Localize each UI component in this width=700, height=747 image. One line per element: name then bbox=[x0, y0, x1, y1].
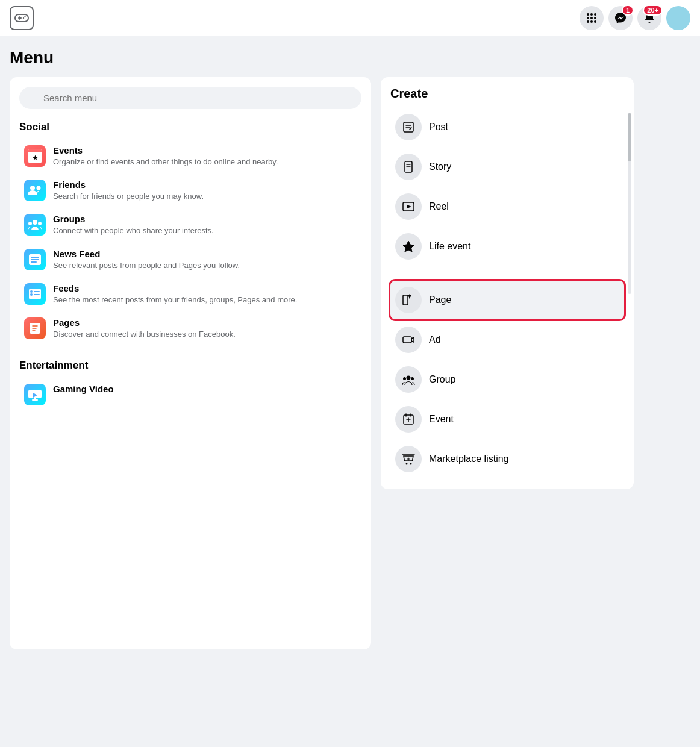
newsfeed-icon bbox=[24, 249, 46, 270]
page-icon bbox=[395, 287, 422, 313]
create-item-marketplace[interactable]: Marketplace listing bbox=[390, 440, 624, 478]
svg-point-53 bbox=[410, 463, 412, 465]
svg-point-44 bbox=[407, 376, 411, 380]
menu-item-newsfeed[interactable]: News Feed See relevant posts from people… bbox=[19, 244, 361, 276]
create-item-story[interactable]: Story bbox=[390, 148, 624, 186]
entertainment-section-title: Entertainment bbox=[19, 360, 361, 372]
pages-text: Pages Discover and connect with business… bbox=[53, 317, 357, 340]
svg-rect-23 bbox=[31, 259, 39, 260]
nav-left bbox=[10, 6, 34, 30]
event-icon bbox=[395, 406, 422, 433]
menu-item-events[interactable]: ★ Events Organize or find events and oth… bbox=[19, 140, 361, 172]
group-icon bbox=[395, 366, 422, 393]
svg-point-26 bbox=[30, 290, 33, 293]
create-item-ad[interactable]: Ad bbox=[390, 320, 624, 359]
feeds-title: Feeds bbox=[53, 283, 357, 293]
events-icon: ★ bbox=[24, 145, 46, 167]
svg-point-13 bbox=[594, 20, 596, 23]
events-title: Events bbox=[53, 145, 357, 155]
create-item-post[interactable]: Post bbox=[390, 108, 624, 146]
svg-point-5 bbox=[587, 13, 589, 16]
svg-rect-24 bbox=[31, 261, 37, 263]
menu-item-feeds[interactable]: Feeds See the most recent posts from you… bbox=[19, 278, 361, 310]
svg-point-12 bbox=[590, 20, 593, 23]
groups-title: Groups bbox=[53, 214, 357, 224]
newsfeed-text: News Feed See relevant posts from people… bbox=[53, 249, 357, 271]
avatar[interactable] bbox=[666, 6, 690, 30]
svg-point-20 bbox=[38, 222, 42, 225]
svg-rect-40 bbox=[403, 295, 408, 305]
svg-rect-22 bbox=[31, 257, 39, 258]
page-title: Menu bbox=[10, 48, 690, 67]
svg-point-4 bbox=[24, 16, 25, 17]
feeds-text: Feeds See the most recent posts from you… bbox=[53, 283, 357, 305]
right-panel: Create Post bbox=[381, 77, 634, 489]
create-title: Create bbox=[390, 87, 624, 101]
story-icon bbox=[395, 154, 422, 180]
menu-item-pages[interactable]: Pages Discover and connect with business… bbox=[19, 313, 361, 345]
menu-item-friends[interactable]: Friends Search for friends or people you… bbox=[19, 175, 361, 207]
page-label: Page bbox=[429, 295, 451, 305]
svg-rect-33 bbox=[404, 122, 413, 132]
pages-icon bbox=[24, 317, 46, 339]
marketplace-label: Marketplace listing bbox=[429, 454, 509, 464]
post-label: Post bbox=[429, 122, 448, 133]
svg-rect-29 bbox=[34, 294, 40, 295]
life-event-label: Life event bbox=[429, 241, 470, 252]
svg-point-16 bbox=[30, 186, 35, 190]
scrollbar-thumb[interactable] bbox=[628, 113, 631, 161]
svg-point-19 bbox=[28, 222, 32, 225]
svg-point-52 bbox=[406, 463, 408, 465]
gaming-icon bbox=[24, 384, 46, 405]
svg-point-3 bbox=[23, 17, 24, 18]
create-item-group[interactable]: Group bbox=[390, 360, 624, 399]
svg-point-10 bbox=[594, 17, 596, 19]
create-item-page[interactable]: Page bbox=[390, 281, 624, 319]
pages-desc: Discover and connect with businesses on … bbox=[53, 329, 357, 340]
svg-point-46 bbox=[411, 377, 414, 380]
top-nav: 1 20+ bbox=[0, 0, 700, 36]
search-input[interactable] bbox=[19, 87, 361, 109]
newsfeed-desc: See relevant posts from people and Pages… bbox=[53, 260, 357, 271]
friends-title: Friends bbox=[53, 180, 357, 190]
feeds-desc: See the most recent posts from your frie… bbox=[53, 295, 357, 305]
messenger-badge: 1 bbox=[622, 5, 634, 16]
feeds-icon bbox=[24, 283, 46, 305]
divider bbox=[19, 352, 361, 352]
groups-text: Groups Connect with people who share you… bbox=[53, 214, 357, 236]
group-label: Group bbox=[429, 374, 455, 385]
game-controller-icon bbox=[10, 6, 34, 30]
menu-item-gaming[interactable]: Gaming Video bbox=[19, 379, 361, 410]
svg-marker-38 bbox=[407, 205, 411, 208]
scrollbar-track bbox=[628, 113, 631, 294]
svg-rect-27 bbox=[34, 291, 40, 292]
reel-icon bbox=[395, 193, 422, 220]
svg-point-7 bbox=[594, 13, 596, 16]
notifications-button[interactable]: 20+ bbox=[637, 6, 661, 30]
create-divider bbox=[390, 273, 624, 273]
svg-point-8 bbox=[587, 17, 589, 19]
create-item-reel[interactable]: Reel bbox=[390, 187, 624, 226]
newsfeed-title: News Feed bbox=[53, 249, 357, 259]
create-item-life-event[interactable]: Life event bbox=[390, 227, 624, 266]
life-event-icon bbox=[395, 233, 422, 260]
left-panel: Social ★ Events Organize or find events … bbox=[10, 77, 371, 649]
post-icon bbox=[395, 114, 422, 140]
grid-menu-button[interactable] bbox=[580, 6, 604, 30]
svg-point-6 bbox=[590, 13, 593, 16]
menu-item-groups[interactable]: Groups Connect with people who share you… bbox=[19, 209, 361, 241]
friends-icon bbox=[24, 180, 46, 201]
friends-desc: Search for friends or people you may kno… bbox=[53, 191, 357, 202]
svg-point-9 bbox=[590, 17, 593, 19]
svg-point-28 bbox=[30, 293, 33, 296]
groups-icon bbox=[24, 214, 46, 236]
marketplace-icon bbox=[395, 446, 422, 472]
menu-layout: Social ★ Events Organize or find events … bbox=[10, 77, 690, 649]
gaming-text: Gaming Video bbox=[53, 384, 357, 395]
reel-label: Reel bbox=[429, 201, 449, 212]
create-item-event[interactable]: Event bbox=[390, 400, 624, 439]
messenger-button[interactable]: 1 bbox=[608, 6, 633, 30]
svg-marker-42 bbox=[408, 295, 411, 298]
friends-text: Friends Search for friends or people you… bbox=[53, 180, 357, 202]
pages-title: Pages bbox=[53, 317, 357, 328]
